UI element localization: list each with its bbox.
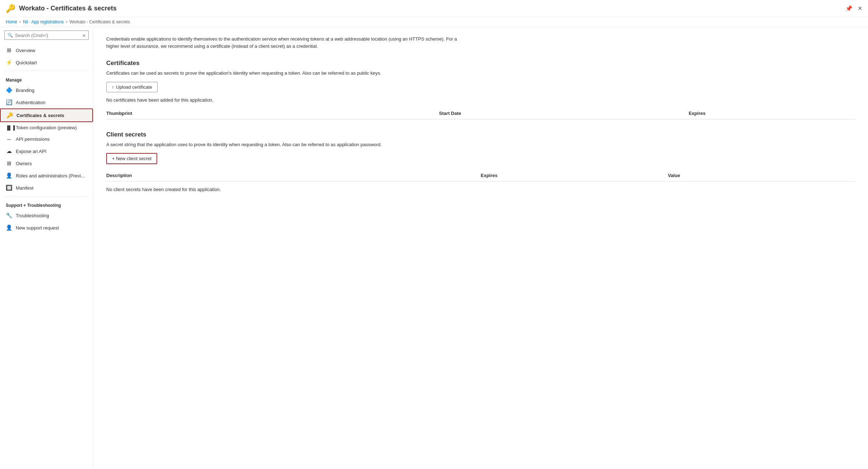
app-icon: 🔑 [6,4,15,13]
breadcrumb-sep1: › [19,19,21,24]
certificates-table-header: Thumbprint Start Date Expires [106,108,855,120]
sidebar-item-quickstart[interactable]: ⚡ Quickstart [0,56,93,69]
col-header-value: Value [668,173,855,178]
sidebar-item-certificates[interactable]: 🔑 Certificates & secrets [0,108,93,122]
col-header-start-date: Start Date [439,111,689,116]
upload-certificate-button[interactable]: ↑ Upload certificate [106,82,158,92]
search-input[interactable] [15,33,81,38]
sidebar-item-token-config[interactable]: ▐▌▐ Token configuration (preview) [0,122,93,133]
sidebar-item-owners[interactable]: ⊞ Owners [0,157,93,170]
sidebar-item-authentication[interactable]: 🔄 Authentication [0,96,93,108]
breadcrumb-home[interactable]: Home [6,19,17,24]
sidebar-item-overview[interactable]: ⊞ Overview [0,44,93,56]
col-header-description: Description [106,173,481,178]
api-permissions-icon: ↔ [6,136,12,142]
sidebar-item-expose-api[interactable]: ☁ Expose an API [0,145,93,157]
sidebar-item-branding[interactable]: 🔷 Branding [0,84,93,96]
sidebar-label-expose-api: Expose an API [16,149,46,154]
sidebar-label-troubleshooting: Troubleshooting [16,213,49,218]
sidebar-label-authentication: Authentication [16,100,45,105]
sidebar-item-manifest[interactable]: 🔲 Manifest [0,182,93,194]
close-icon[interactable]: ✕ [858,5,862,12]
manage-section-label: Manage [0,73,93,84]
client-secrets-table-header: Description Expires Value [106,170,855,182]
authentication-icon: 🔄 [6,99,12,106]
certificates-table: Thumbprint Start Date Expires [106,108,855,120]
sidebar-label-new-support: New support request [16,225,59,231]
breadcrumb-current: Workato - Certificates & secrets [69,19,130,24]
sidebar-label-owners: Owners [16,161,32,166]
sidebar-label-api-permissions: API permissions [16,136,50,142]
certificates-section: Certificates Certificates can be used as… [106,60,855,120]
sidebar-divider-manage [4,71,89,71]
branding-icon: 🔷 [6,87,12,93]
no-secrets-message: No client secrets have been created for … [106,187,855,192]
upload-icon: ↑ [112,84,114,90]
overview-icon: ⊞ [6,47,12,54]
token-config-icon: ▐▌▐ [6,125,12,130]
pin-icon[interactable]: 📌 [845,5,853,12]
top-bar-actions: 📌 ✕ [845,5,862,12]
sidebar-divider-support [4,196,89,196]
col-header-expires: Expires [689,111,855,116]
roles-icon: 👤 [6,172,12,179]
support-section-label: Support + Troubleshooting [0,199,93,209]
search-icon: 🔍 [8,33,13,38]
sidebar-search-container[interactable]: 🔍 « [4,31,89,40]
page-title: Workato - Certificates & secrets [19,5,117,12]
sidebar: 🔍 « ⊞ Overview ⚡ Quickstart Manage 🔷 Bra… [0,27,93,469]
client-secrets-table: Description Expires Value [106,170,855,182]
main-layout: 🔍 « ⊞ Overview ⚡ Quickstart Manage 🔷 Bra… [0,27,868,469]
sidebar-label-quickstart: Quickstart [16,60,37,65]
manifest-icon: 🔲 [6,185,12,191]
client-secrets-desc: A secret string that the application use… [106,141,855,148]
breadcrumb-sep2: › [66,19,67,24]
new-client-secret-label: + New client secret [112,156,151,161]
sidebar-item-troubleshooting[interactable]: 🔧 Troubleshooting [0,209,93,222]
sidebar-label-manifest: Manifest [16,185,33,191]
new-client-secret-button[interactable]: + New client secret [106,153,157,164]
col-header-thumbprint: Thumbprint [106,111,439,116]
sidebar-label-branding: Branding [16,88,34,93]
sidebar-label-token-config: Token configuration (preview) [16,125,77,130]
certificates-title: Certificates [106,60,855,67]
content-intro: Credentials enable applications to ident… [106,36,465,50]
client-secrets-title: Client secrets [106,131,855,138]
certificates-desc: Certificates can be used as secrets to p… [106,70,855,77]
new-support-icon: 👤 [6,224,12,231]
sidebar-label-certificates: Certificates & secrets [17,113,64,118]
expose-api-icon: ☁ [6,148,12,154]
no-certs-message: No certificates have been added for this… [106,97,855,103]
upload-certificate-label: Upload certificate [116,84,152,90]
sidebar-item-new-support[interactable]: 👤 New support request [0,222,93,234]
main-content: Credentials enable applications to ident… [93,27,868,469]
owners-icon: ⊞ [6,160,12,167]
sidebar-label-overview: Overview [16,48,35,53]
col-header-secrets-expires: Expires [481,173,668,178]
top-bar-left: 🔑 Workato - Certificates & secrets [6,4,117,13]
sidebar-item-roles[interactable]: 👤 Roles and administrators (Previ... [0,170,93,182]
certificates-icon: 🔑 [6,112,13,119]
sidebar-item-api-permissions[interactable]: ↔ API permissions [0,133,93,145]
client-secrets-section: Client secrets A secret string that the … [106,131,855,192]
troubleshooting-icon: 🔧 [6,212,12,219]
quickstart-icon: ⚡ [6,59,12,66]
breadcrumb-app-reg[interactable]: Nil · App registrations [23,19,64,24]
top-bar: 🔑 Workato - Certificates & secrets 📌 ✕ [0,0,868,17]
breadcrumb: Home › Nil · App registrations › Workato… [0,17,868,27]
sidebar-label-roles: Roles and administrators (Previ... [16,173,85,178]
sidebar-collapse-btn[interactable]: « [83,32,85,38]
